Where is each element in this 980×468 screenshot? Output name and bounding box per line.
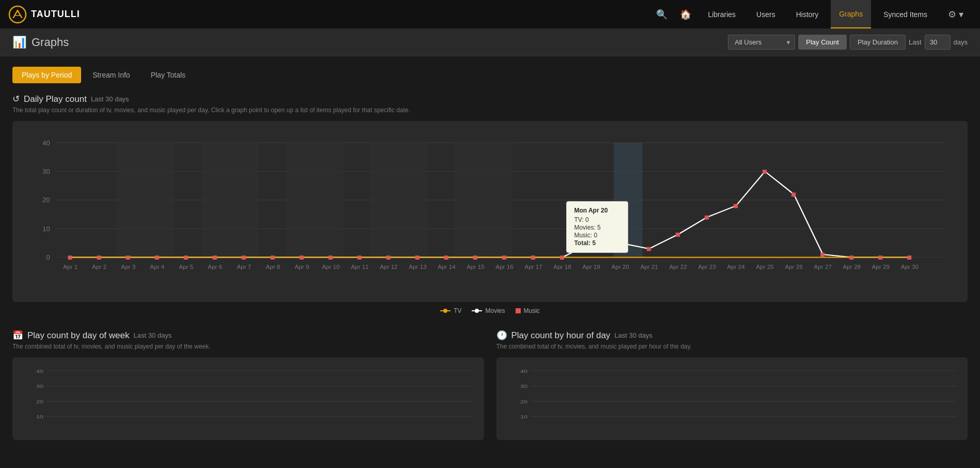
- svg-text:Apr 18: Apr 18: [553, 264, 571, 270]
- svg-text:Apr 11: Apr 11: [351, 264, 368, 270]
- svg-rect-78: [907, 255, 911, 260]
- svg-text:30: 30: [520, 384, 527, 389]
- svg-rect-53: [184, 255, 188, 260]
- svg-rect-73: [763, 170, 767, 174]
- home-button[interactable]: 🏠: [676, 5, 695, 24]
- svg-text:Apr 26: Apr 26: [785, 264, 803, 270]
- svg-rect-14: [116, 143, 174, 257]
- brand-name: TAUTULLI: [31, 9, 80, 20]
- graphs-icon: 📊: [12, 36, 26, 49]
- last-label: Last: [909, 38, 922, 46]
- svg-text:20: 20: [520, 399, 527, 404]
- dow-period-label: Last 30 days: [134, 331, 172, 339]
- search-button[interactable]: 🔍: [652, 5, 672, 24]
- svg-rect-61: [415, 255, 419, 260]
- svg-rect-64: [502, 255, 506, 260]
- nav-history[interactable]: History: [788, 0, 827, 28]
- navbar: TAUTULLI 🔍 🏠 Libraries Users History Gra…: [0, 0, 980, 28]
- svg-rect-77: [878, 255, 882, 260]
- svg-rect-17: [370, 143, 428, 257]
- tab-plays-by-period[interactable]: Plays by Period: [12, 67, 81, 83]
- svg-text:10: 10: [42, 225, 50, 233]
- history-icon: ↺: [12, 94, 20, 104]
- play-duration-button[interactable]: Play Duration: [850, 35, 906, 50]
- svg-rect-63: [473, 255, 477, 260]
- svg-text:Apr 30: Apr 30: [901, 264, 919, 270]
- svg-text:0: 0: [46, 254, 50, 261]
- svg-rect-72: [734, 204, 738, 208]
- page-title: Graphs: [32, 36, 69, 49]
- day-of-week-chart: 40 30 20 10: [12, 357, 484, 440]
- svg-rect-75: [820, 253, 825, 257]
- svg-text:Apr 12: Apr 12: [380, 264, 397, 270]
- svg-text:Apr 8: Apr 8: [266, 264, 280, 270]
- page-header: 📊 Graphs All Users User 1 User 2 ▼ Play …: [0, 28, 980, 56]
- svg-text:30: 30: [42, 168, 50, 175]
- svg-text:Apr 16: Apr 16: [495, 264, 513, 270]
- header-controls: All Users User 1 User 2 ▼ Play Count Pla…: [728, 35, 968, 50]
- svg-text:20: 20: [42, 197, 50, 204]
- nav-graphs[interactable]: Graphs: [831, 0, 871, 28]
- svg-rect-65: [531, 255, 535, 260]
- svg-text:Apr 6: Apr 6: [208, 264, 222, 270]
- svg-text:Apr 9: Apr 9: [294, 264, 309, 270]
- tab-stream-info[interactable]: Stream Info: [83, 67, 139, 83]
- svg-rect-50: [97, 255, 101, 260]
- days-input[interactable]: [925, 35, 951, 50]
- svg-text:Apr 20: Apr 20: [611, 264, 629, 270]
- svg-text:Apr 2: Apr 2: [92, 264, 106, 270]
- svg-text:Apr 22: Apr 22: [669, 264, 687, 270]
- content: Plays by Period Stream Info Play Totals …: [0, 56, 980, 450]
- svg-text:Apr 29: Apr 29: [872, 264, 890, 270]
- daily-play-count-chart: 40 30 20 10 0 Apr 1 Apr 2 Apr 3 Apr 4: [12, 121, 968, 302]
- legend-music: Music: [516, 307, 540, 314]
- svg-rect-67: [589, 241, 593, 246]
- svg-point-82: [475, 309, 479, 313]
- svg-text:Apr 7: Apr 7: [237, 264, 251, 270]
- hour-of-day-chart: 40 30 20 10: [496, 357, 968, 440]
- svg-rect-66: [560, 255, 564, 260]
- legend-movies: Movies: [472, 307, 505, 314]
- clock-icon: 🕐: [496, 330, 507, 341]
- hour-of-day-desc: The combined total of tv, movies, and mu…: [496, 343, 968, 350]
- svg-point-80: [443, 309, 447, 313]
- daily-period-label: Last 30 days: [91, 95, 129, 103]
- svg-rect-55: [242, 255, 246, 260]
- svg-rect-51: [126, 255, 130, 260]
- svg-text:Apr 10: Apr 10: [322, 264, 339, 270]
- page-title-group: 📊 Graphs: [12, 36, 69, 49]
- svg-rect-16: [286, 143, 344, 257]
- calendar-icon: 📅: [12, 330, 23, 341]
- movies-legend-icon: [472, 308, 482, 313]
- daily-play-count-desc: The total play count or duration of tv, …: [12, 107, 968, 114]
- days-label: days: [954, 38, 968, 46]
- svg-rect-15: [201, 143, 259, 257]
- svg-rect-59: [357, 255, 362, 260]
- tab-play-totals[interactable]: Play Totals: [142, 67, 195, 83]
- user-select[interactable]: All Users User 1 User 2: [728, 35, 795, 50]
- nav-synced-items[interactable]: Synced Items: [875, 0, 936, 28]
- svg-text:30: 30: [36, 384, 43, 389]
- svg-rect-57: [300, 255, 304, 260]
- svg-text:Apr 4: Apr 4: [150, 264, 164, 270]
- svg-line-2: [18, 10, 22, 18]
- svg-text:Apr 17: Apr 17: [524, 264, 542, 270]
- settings-button[interactable]: ⚙ ▾: [940, 0, 972, 28]
- svg-text:40: 40: [42, 140, 50, 147]
- user-select-wrapper: All Users User 1 User 2 ▼: [728, 35, 795, 50]
- hour-of-day-title: 🕐 Play count by hour of day Last 30 days: [496, 330, 968, 341]
- nav-users[interactable]: Users: [748, 0, 784, 28]
- svg-rect-60: [386, 255, 391, 260]
- svg-rect-52: [155, 255, 159, 260]
- daily-play-count-section: ↺ Daily Play count Last 30 days The tota…: [12, 94, 968, 314]
- play-count-button[interactable]: Play Count: [798, 35, 847, 50]
- svg-line-1: [13, 10, 18, 18]
- svg-text:10: 10: [520, 414, 527, 419]
- nav-libraries[interactable]: Libraries: [699, 0, 744, 28]
- svg-text:20: 20: [36, 399, 43, 404]
- legend-tv: TV: [440, 307, 461, 314]
- highlighted-point[interactable]: [616, 239, 624, 247]
- day-of-week-title: 📅 Play count by day of week Last 30 days: [12, 330, 484, 341]
- svg-text:Apr 24: Apr 24: [727, 264, 745, 270]
- music-legend-icon: [516, 308, 521, 313]
